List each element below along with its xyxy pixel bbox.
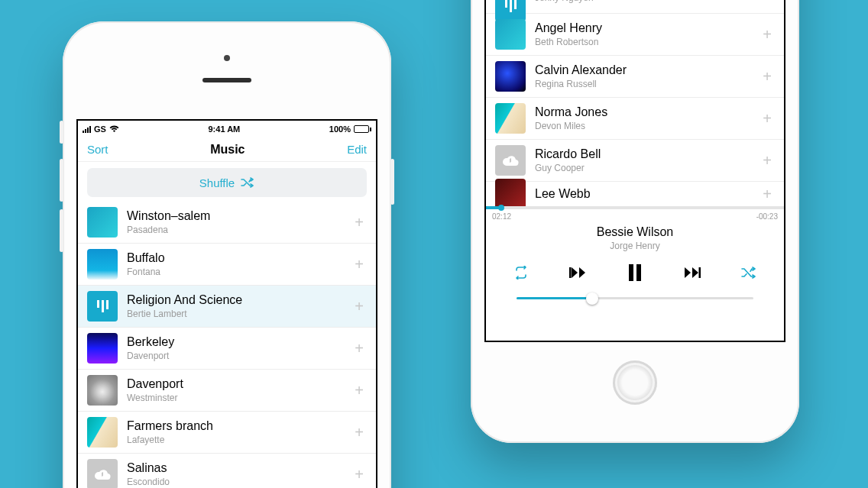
add-button[interactable]: + — [760, 186, 775, 203]
track-artwork — [87, 249, 118, 280]
add-button[interactable]: + — [351, 466, 367, 483]
track-subtitle: Regina Russell — [535, 79, 760, 89]
track-list: Winston–salemPasadena + BuffaloFontana +… — [78, 202, 376, 488]
track-subtitle: Fontana — [127, 267, 351, 277]
track-artwork — [495, 19, 526, 50]
volume-down-button — [60, 209, 63, 252]
pause-button[interactable] — [627, 263, 643, 282]
page-title: Music — [210, 143, 245, 157]
nav-bar: Sort Music Edit — [78, 137, 376, 162]
svg-rect-1 — [629, 264, 633, 281]
add-button[interactable]: + — [351, 214, 367, 231]
phone-left: GS 9:41 AM 100% Sort Music Edit Shuffle … — [63, 21, 391, 488]
track-row[interactable]: Lee Webb + — [486, 182, 784, 206]
track-title: Angel Henry — [535, 21, 760, 35]
now-playing-titles: Bessie Wilson Jorge Henry — [486, 225, 784, 251]
track-text: Calvin AlexanderRegina Russell — [535, 63, 760, 89]
shuffle-label: Shuffle — [199, 176, 235, 189]
track-artwork — [87, 459, 118, 488]
track-artwork — [87, 417, 118, 448]
status-bar: GS 9:41 AM 100% — [78, 121, 376, 137]
add-button[interactable]: + — [351, 340, 367, 357]
edit-button[interactable]: Edit — [347, 143, 367, 156]
add-button[interactable]: + — [351, 256, 367, 273]
add-button[interactable]: + — [351, 298, 367, 315]
home-button[interactable] — [613, 360, 657, 405]
add-button[interactable]: + — [760, 152, 775, 170]
track-row[interactable]: Jenny Nguyen — [486, 0, 784, 14]
track-text: BuffaloFontana — [127, 251, 351, 277]
track-text: Winston–salemPasadena — [127, 209, 351, 235]
wifi-icon — [109, 125, 119, 133]
progress-bar[interactable] — [486, 206, 784, 209]
track-row[interactable]: Winston–salemPasadena + — [78, 202, 376, 244]
time-labels: 02:12 -00:23 — [486, 209, 784, 224]
track-artwork — [495, 61, 526, 92]
track-list: Jenny Nguyen Angel HenryBeth Robertson +… — [486, 0, 784, 206]
track-artwork — [87, 333, 118, 364]
track-subtitle: Davenport — [127, 351, 351, 361]
track-subtitle: Escondido — [127, 477, 351, 487]
track-text: Jenny Nguyen — [535, 0, 775, 3]
track-title: Lee Webb — [535, 187, 760, 201]
now-playing-title: Bessie Wilson — [486, 225, 784, 239]
next-button[interactable] — [683, 266, 701, 280]
track-row[interactable]: Angel HenryBeth Robertson + — [486, 14, 784, 56]
track-subtitle: Devon Miles — [535, 121, 760, 131]
progress-handle[interactable] — [498, 205, 504, 211]
battery-label: 100% — [329, 124, 351, 134]
track-row[interactable]: BerkeleyDavenport + — [78, 328, 376, 370]
add-button[interactable]: + — [760, 110, 775, 128]
track-row[interactable]: BuffaloFontana + — [78, 244, 376, 286]
track-row[interactable]: Religion And ScienceBertie Lambert + — [78, 286, 376, 328]
mute-switch — [60, 121, 63, 144]
previous-button[interactable] — [568, 266, 587, 280]
track-row[interactable]: Farmers branchLafayette + — [78, 412, 376, 454]
playback-controls — [486, 251, 784, 289]
track-row[interactable]: Norma JonesDevon Miles + — [486, 98, 784, 140]
screen-right: Jenny Nguyen Angel HenryBeth Robertson +… — [484, 0, 785, 342]
repeat-button[interactable] — [513, 266, 529, 280]
front-camera — [224, 55, 230, 61]
track-row[interactable]: DavenportWestminster + — [78, 370, 376, 412]
volume-slider[interactable] — [486, 289, 784, 313]
track-artwork — [87, 291, 118, 322]
volume-handle[interactable] — [586, 292, 598, 305]
battery-icon — [354, 125, 371, 133]
track-title: Norma Jones — [535, 105, 760, 119]
track-title: Farmers branch — [127, 419, 351, 433]
track-text: Norma JonesDevon Miles — [535, 105, 760, 131]
power-button — [390, 159, 394, 205]
status-right: 100% — [329, 124, 371, 134]
remaining-time: -00:23 — [756, 212, 778, 221]
signal-icon — [83, 125, 91, 133]
track-row[interactable]: Ricardo BellGuy Cooper + — [486, 140, 784, 182]
track-row[interactable]: SalinasEscondido + — [78, 454, 376, 488]
phone-right: Jenny Nguyen Angel HenryBeth Robertson +… — [471, 0, 799, 443]
now-playing-panel: 02:12 -00:23 Bessie Wilson Jorge Henry — [486, 206, 784, 313]
add-button[interactable]: + — [351, 382, 367, 399]
track-text: Angel HenryBeth Robertson — [535, 21, 760, 47]
svg-rect-3 — [699, 267, 701, 278]
sort-button[interactable]: Sort — [87, 143, 108, 156]
track-text: DavenportWestminster — [127, 377, 351, 403]
shuffle-icon — [241, 177, 254, 188]
track-row[interactable]: Calvin AlexanderRegina Russell + — [486, 56, 784, 98]
track-text: Farmers branchLafayette — [127, 419, 351, 445]
carrier-label: GS — [94, 124, 106, 134]
shuffle-button[interactable] — [741, 267, 756, 279]
add-button[interactable]: + — [760, 26, 775, 44]
status-left: GS — [83, 124, 119, 134]
add-button[interactable]: + — [760, 68, 775, 86]
track-artwork — [495, 103, 526, 134]
add-button[interactable]: + — [351, 424, 367, 441]
track-title: Ricardo Bell — [535, 147, 760, 161]
track-artwork — [87, 207, 118, 238]
shuffle-button[interactable]: Shuffle — [87, 168, 367, 197]
svg-rect-0 — [569, 267, 572, 278]
track-title: Salinas — [127, 461, 351, 475]
now-playing-artist: Jorge Henry — [486, 241, 784, 251]
track-artwork — [495, 0, 526, 21]
track-text: Lee Webb — [535, 187, 760, 201]
svg-rect-2 — [636, 264, 641, 281]
